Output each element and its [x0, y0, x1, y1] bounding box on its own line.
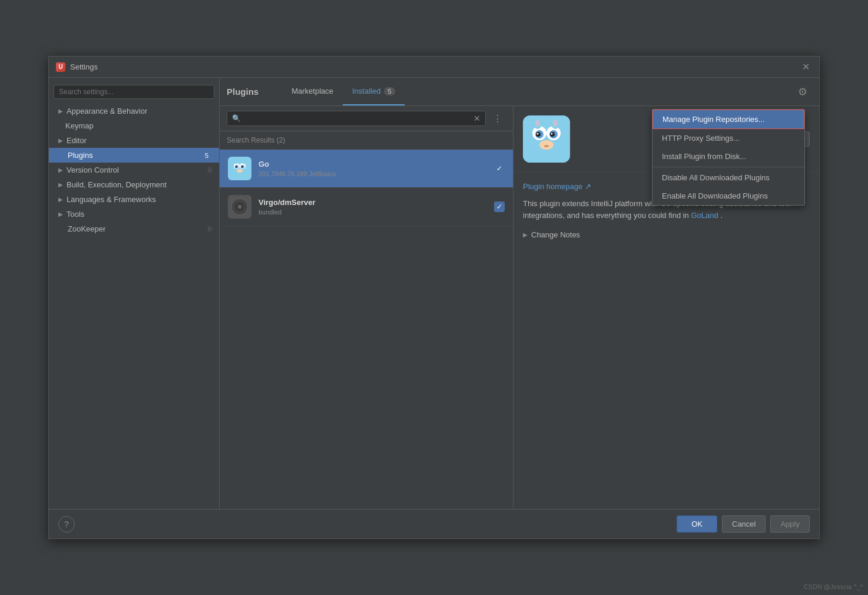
tab-installed[interactable]: Installed 5: [343, 78, 405, 105]
virgo-plugin-icon: [228, 195, 251, 219]
dropdown-separator: [652, 167, 804, 167]
sidebar-item-label: Editor: [67, 136, 87, 145]
virgo-plugin-checkbox[interactable]: [494, 201, 505, 212]
sidebar-item-label: Keymap: [65, 121, 94, 130]
sidebar: ▶ Appearance & Behavior Keymap ▶ Editor …: [49, 78, 220, 509]
detail-body: Plugin homepage ↗ This plugin extends In…: [513, 173, 819, 509]
sidebar-item-label: Appearance & Behavior: [67, 107, 147, 115]
plugin-list: Go 201.7846.76.189 JetBrains: [220, 150, 513, 509]
bottom-bar: ? OK Cancel Apply: [49, 509, 819, 538]
search-input-wrap: 🔍 Go ✕: [227, 111, 486, 126]
arrow-icon: ▶: [58, 181, 63, 188]
change-notes-arrow-icon: ▶: [523, 232, 528, 238]
dropdown-item-install-disk[interactable]: Install Plugin from Disk...: [652, 147, 804, 166]
sidebar-item-zookeeper[interactable]: ZooKeeper ⎘: [49, 222, 219, 236]
sidebar-item-appearance[interactable]: ▶ Appearance & Behavior: [49, 104, 219, 118]
virgo-plugin-name: Virgo/dmServer: [259, 198, 487, 207]
plugin-homepage-link[interactable]: Plugin homepage ↗: [523, 182, 591, 191]
installed-badge: 5: [384, 87, 395, 95]
window-title: Settings: [70, 62, 98, 71]
sidebar-item-languages[interactable]: ▶ Languages & Frameworks: [49, 192, 219, 207]
virgo-plugin-meta: bundled: [259, 209, 487, 216]
dropdown-item-manage-repos[interactable]: Manage Plugin Repositories...: [652, 110, 804, 129]
sidebar-item-label: Build, Execution, Deployment: [67, 180, 167, 189]
plugins-badge: 5: [201, 151, 212, 160]
sidebar-item-plugins[interactable]: Plugins 5: [49, 148, 219, 163]
main-panel: Plugins Marketplace Installed 5 ⚙ Manage…: [220, 78, 819, 509]
copy-icon: ⎘: [208, 166, 212, 174]
arrow-icon: ▶: [58, 108, 63, 114]
copy-icon: ⎘: [208, 225, 212, 233]
cancel-button[interactable]: Cancel: [722, 515, 766, 533]
search-clear-button[interactable]: ✕: [473, 114, 481, 123]
title-bar: U Settings ✕: [49, 57, 819, 78]
dropdown-item-enable-all[interactable]: Enable All Downloaded Plugins: [652, 187, 804, 205]
dropdown-item-disable-all[interactable]: Disable All Downloaded Plugins: [652, 168, 804, 187]
sidebar-item-label: Version Control: [67, 166, 119, 174]
svg-point-24: [551, 133, 553, 135]
sidebar-item-build[interactable]: ▶ Build, Execution, Deployment: [49, 177, 219, 192]
arrow-icon: ▶: [58, 137, 63, 144]
go-plugin-meta: 201.7846.76.189 JetBrains: [259, 170, 487, 177]
svg-point-6: [236, 166, 237, 168]
sidebar-item-label: Plugins: [58, 151, 93, 160]
dropdown-item-http-proxy[interactable]: HTTP Proxy Settings...: [652, 129, 804, 147]
app-icon: U: [56, 62, 65, 72]
title-bar-left: U Settings: [56, 62, 98, 72]
help-button[interactable]: ?: [58, 516, 75, 533]
plugins-section-title: Plugins: [227, 87, 259, 97]
description-link[interactable]: GoLand: [691, 211, 718, 220]
search-icon: 🔍: [232, 114, 241, 123]
tab-label: Installed: [352, 87, 380, 95]
svg-point-10: [241, 159, 245, 164]
sidebar-item-tools[interactable]: ▶ Tools: [49, 207, 219, 222]
content-area: ▶ Appearance & Behavior Keymap ▶ Editor …: [49, 78, 819, 509]
close-button[interactable]: ✕: [800, 61, 812, 73]
sidebar-item-editor[interactable]: ▶ Editor: [49, 133, 219, 148]
change-notes-header[interactable]: ▶ Change Notes: [523, 230, 810, 239]
arrow-icon: ▶: [58, 167, 63, 173]
svg-point-29: [553, 120, 558, 127]
arrow-icon: ▶: [58, 196, 63, 203]
go-plugin-info: Go 201.7846.76.189 JetBrains: [259, 160, 487, 177]
sidebar-item-version-control[interactable]: ▶ Version Control ⎘: [49, 163, 219, 177]
change-notes-section: ▶ Change Notes: [523, 230, 810, 239]
gear-dropdown-menu: Manage Plugin Repositories... HTTP Proxy…: [652, 109, 805, 206]
go-plugin-checkbox[interactable]: [494, 163, 505, 174]
plugin-item-virgo[interactable]: Virgo/dmServer bundled: [220, 188, 513, 226]
go-plugin-icon: [228, 157, 251, 180]
ok-button[interactable]: OK: [677, 515, 717, 533]
virgo-plugin-info: Virgo/dmServer bundled: [259, 198, 487, 216]
svg-point-8: [237, 169, 243, 173]
plugin-menu-button[interactable]: ⋮: [489, 112, 506, 125]
sidebar-search-input[interactable]: [54, 85, 214, 99]
sidebar-item-label: Languages & Frameworks: [67, 195, 156, 204]
arrow-icon: ▶: [58, 211, 63, 217]
action-buttons: OK Cancel Apply: [677, 515, 810, 533]
svg-point-7: [241, 166, 243, 168]
change-notes-label: Change Notes: [531, 230, 580, 239]
tabs-bar: Plugins Marketplace Installed 5 ⚙ Manage…: [220, 78, 819, 106]
sidebar-item-label: Tools: [67, 210, 84, 219]
tab-label: Marketplace: [291, 87, 333, 95]
svg-point-23: [537, 133, 539, 135]
gear-button[interactable]: ⚙ Manage Plugin Repositories... HTTP Pro…: [793, 83, 812, 101]
search-results-label: Search Results (2): [220, 131, 513, 150]
tab-marketplace[interactable]: Marketplace: [282, 78, 343, 105]
svg-point-30: [544, 145, 549, 147]
svg-point-14: [238, 205, 241, 209]
detail-plugin-icon: [523, 115, 570, 163]
description-end: .: [720, 211, 723, 220]
sidebar-item-keymap[interactable]: Keymap: [49, 118, 219, 133]
go-plugin-name: Go: [259, 160, 487, 168]
svg-point-9: [234, 159, 238, 164]
plugin-item-go[interactable]: Go 201.7846.76.189 JetBrains: [220, 150, 513, 188]
watermark: CSDN @Jesscia ^_^: [803, 583, 863, 590]
svg-point-28: [535, 120, 540, 127]
plugin-search-input[interactable]: Go: [244, 114, 470, 123]
apply-button[interactable]: Apply: [770, 515, 810, 533]
sidebar-item-label: ZooKeeper: [58, 224, 105, 233]
plugin-search-bar: 🔍 Go ✕ ⋮: [220, 106, 513, 131]
